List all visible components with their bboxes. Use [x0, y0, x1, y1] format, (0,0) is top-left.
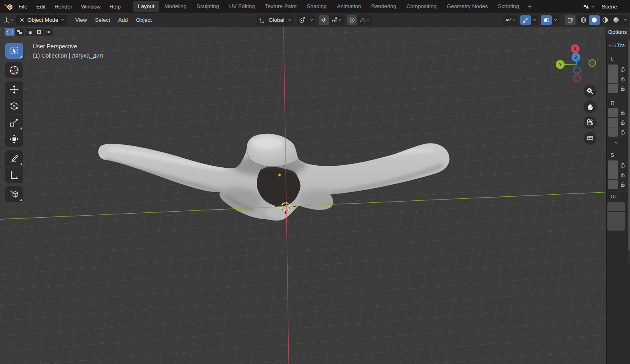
- mode-dropdown[interactable]: Object Mode: [16, 15, 67, 25]
- lock-icon[interactable]: [619, 85, 626, 92]
- dimension-x-field[interactable]: [607, 202, 625, 211]
- scale-z-slider[interactable]: [608, 180, 618, 189]
- xray-icon: [567, 17, 574, 23]
- rotation-z-slider[interactable]: [608, 127, 618, 137]
- tab-uv-editing[interactable]: UV Editing: [224, 1, 260, 12]
- overlays-toggle[interactable]: [541, 15, 552, 25]
- lock-icon[interactable]: [619, 119, 626, 125]
- scale-y-slider[interactable]: [608, 170, 618, 179]
- tab-shading[interactable]: Shading: [302, 1, 332, 12]
- xray-toggle[interactable]: [565, 15, 576, 25]
- menu-view[interactable]: View: [71, 14, 91, 27]
- orientation-dropdown[interactable]: Global: [257, 15, 294, 25]
- tab-layout[interactable]: Layout: [133, 1, 159, 12]
- lock-icon[interactable]: [619, 66, 626, 72]
- gizmo-axis-x-ball[interactable]: X: [571, 44, 580, 53]
- show-gizmo-dropdown[interactable]: [503, 15, 518, 25]
- workspace-tabs: Layout Modeling Sculpting UV Editing Tex…: [133, 1, 535, 12]
- add-workspace-button[interactable]: +: [524, 2, 535, 11]
- orthographic-toggle-button[interactable]: [584, 132, 597, 145]
- pivot-point-dropdown[interactable]: [297, 15, 315, 25]
- tab-rendering[interactable]: Rendering: [366, 1, 401, 12]
- select-mode-intersect-button[interactable]: [44, 28, 53, 36]
- scene-name[interactable]: Scene: [602, 4, 628, 10]
- mesh-object-vertebra[interactable]: [93, 131, 456, 226]
- shading-solid-button[interactable]: [589, 15, 600, 25]
- menu-object[interactable]: Object: [132, 14, 156, 27]
- shading-dropdown[interactable]: [622, 15, 629, 25]
- gizmo-axis-z-ball[interactable]: Z: [572, 53, 580, 62]
- menu-select[interactable]: Select: [91, 14, 115, 27]
- tab-sculpting[interactable]: Sculpting: [192, 1, 224, 12]
- gizmo-axis-y-ball[interactable]: Y: [556, 60, 565, 69]
- gizmo-axis-z-neg-ball[interactable]: [573, 67, 581, 74]
- camera-view-button[interactable]: [584, 116, 597, 129]
- tool-add-cube[interactable]: [5, 186, 23, 202]
- navigation-gizmo[interactable]: X Z Y: [555, 42, 602, 87]
- lock-icon[interactable]: [619, 181, 626, 187]
- select-mode-set-button[interactable]: [5, 28, 15, 36]
- gizmos-dropdown[interactable]: [531, 15, 538, 25]
- blender-logo-icon[interactable]: [4, 3, 14, 10]
- select-mode-subtract-button[interactable]: [25, 28, 34, 36]
- pan-button[interactable]: [584, 100, 597, 113]
- gizmos-toggle[interactable]: [520, 15, 531, 25]
- tab-animation[interactable]: Animation: [332, 1, 366, 12]
- location-z-slider[interactable]: [608, 84, 618, 93]
- gizmo-visibility-icon: [505, 17, 512, 23]
- tab-scripting[interactable]: Scripting: [493, 1, 524, 12]
- menu-window[interactable]: Window: [77, 0, 105, 13]
- dimension-y-field[interactable]: [607, 212, 625, 221]
- lock-icon[interactable]: [619, 75, 626, 82]
- snap-toggle[interactable]: [319, 15, 329, 25]
- zoom-button[interactable]: [584, 85, 597, 98]
- menu-add[interactable]: Add: [114, 14, 132, 27]
- menu-edit[interactable]: Edit: [32, 0, 50, 13]
- sidebar-scrollbar-thumb[interactable]: [628, 41, 630, 250]
- select-mode-invert-button[interactable]: [34, 28, 44, 36]
- lock-icon[interactable]: [619, 162, 626, 168]
- overlays-dropdown[interactable]: [552, 15, 559, 25]
- rotation-x-slider[interactable]: [608, 108, 618, 117]
- tab-modeling[interactable]: Modeling: [160, 1, 192, 12]
- scene-icon: [583, 4, 590, 10]
- tool-select-box[interactable]: [5, 43, 23, 59]
- shading-rendered-button[interactable]: [611, 15, 622, 25]
- rotation-y-slider[interactable]: [608, 118, 618, 127]
- menu-help[interactable]: Help: [105, 0, 125, 13]
- tool-rotate[interactable]: [5, 98, 23, 114]
- scene-datablock-button[interactable]: [580, 0, 597, 13]
- lock-icon[interactable]: [619, 129, 626, 135]
- dimension-z-field[interactable]: [607, 221, 625, 231]
- location-x-slider[interactable]: [608, 64, 618, 74]
- menu-render[interactable]: Render: [50, 0, 77, 13]
- select-mode-extend-button[interactable]: [15, 28, 24, 36]
- rotation-mode-dropdown[interactable]: [607, 138, 625, 147]
- lock-icon[interactable]: [619, 171, 626, 178]
- gizmo-axis-y-neg-ball[interactable]: [588, 59, 596, 67]
- proportional-edit-controls: [347, 15, 372, 25]
- tool-transform[interactable]: [5, 131, 23, 147]
- tab-texture-paint[interactable]: Texture Paint: [260, 1, 302, 12]
- tab-compositing[interactable]: Compositing: [401, 1, 441, 12]
- tab-geometry-nodes[interactable]: Geometry Nodes: [442, 1, 493, 12]
- shading-wireframe-button[interactable]: [578, 15, 589, 25]
- tool-scale[interactable]: [5, 114, 23, 131]
- snap-with-dropdown[interactable]: [329, 15, 344, 25]
- tool-annotate[interactable]: [5, 150, 23, 166]
- falloff-dropdown[interactable]: [357, 15, 372, 25]
- scale-x-slider[interactable]: [608, 160, 618, 170]
- tool-measure[interactable]: [5, 167, 23, 183]
- editor-type-button[interactable]: [3, 17, 14, 23]
- menu-file[interactable]: File: [14, 0, 32, 13]
- gizmo-axis-x-neg-ball[interactable]: [573, 75, 581, 82]
- tool-move[interactable]: [5, 81, 23, 98]
- tool-cursor[interactable]: [5, 62, 23, 78]
- proportional-edit-toggle[interactable]: [347, 15, 357, 25]
- transform-panel-header[interactable]: Tra: [608, 42, 625, 48]
- lock-icon[interactable]: [619, 109, 626, 116]
- location-y-slider[interactable]: [608, 74, 618, 83]
- shading-material-button[interactable]: [600, 15, 611, 25]
- options-button[interactable]: Options: [605, 27, 630, 37]
- viewport-3d[interactable]: User Perspective (1) Collection | лягуха…: [0, 26, 630, 364]
